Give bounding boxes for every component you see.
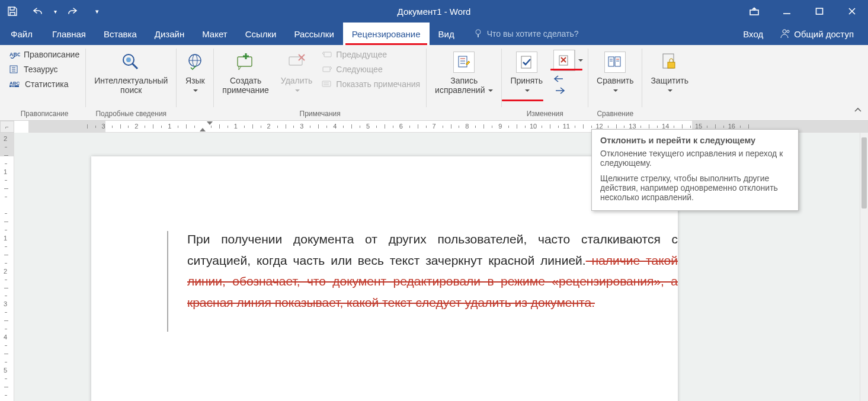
group-changes-label: Изменения [505,108,584,120]
vertical-scrollbar[interactable] [860,133,868,401]
qat-customize-button[interactable]: ▾ [90,0,104,23]
delete-comment-label: Удалить [281,76,312,85]
tab-insert[interactable]: Вставка [95,23,146,45]
language-button[interactable]: Язык [180,47,210,95]
svg-point-8 [787,30,789,33]
show-comments-label: Показать примечания [336,79,420,89]
tooltip-p2: Щелкните стрелку, чтобы выполнить другие… [600,174,790,202]
svg-rect-43 [615,57,620,66]
annotation-mark [550,69,582,70]
tell-me-placeholder: Что вы хотите сделать? [487,29,579,39]
tell-me-search[interactable]: Что вы хотите сделать? [474,23,579,45]
language-label: Язык [185,76,205,85]
tab-design[interactable]: Дизайн [146,23,193,45]
previous-comment-button: Предыдущее [319,49,422,61]
svg-rect-6 [478,34,479,37]
svg-rect-38 [521,56,531,68]
word-count-icon: ABC123 [9,80,21,88]
tab-layout[interactable]: Макет [193,23,236,45]
language-icon [185,50,205,75]
accept-label: Принять [510,76,543,85]
quick-access-toolbar: ▾ ▾ [0,0,104,23]
compare-button[interactable]: Сравнить [592,47,638,95]
group-language: Язык [177,45,213,120]
undo-button[interactable] [25,0,50,23]
reject-icon [553,50,575,71]
undo-dropdown[interactable]: ▾ [50,0,60,23]
spelling-icon: ABC [9,50,20,59]
new-comment-button[interactable]: Создать примечание [217,47,274,95]
tab-view[interactable]: Вид [430,23,463,45]
maximize-button[interactable] [803,0,835,23]
thesaurus-label: Тезаурус [24,65,58,75]
group-compare-label: Сравнение [592,108,638,120]
svg-text:123: 123 [11,85,15,88]
next-comment-icon [322,65,332,73]
minimize-button[interactable] [770,0,803,23]
show-comments-button: Показать примечания [319,78,422,91]
svg-rect-31 [322,81,331,86]
protect-label: Защитить [651,76,688,85]
track-changes-icon [453,50,475,75]
spelling-button[interactable]: ABC Правописание [7,49,82,61]
close-button[interactable] [835,0,868,23]
accept-button[interactable]: Принять [505,47,547,95]
thesaurus-icon [9,65,20,73]
ribbon-display-options-button[interactable] [738,0,770,23]
share-button[interactable]: Общий доступ [771,28,862,39]
group-comments: Создать примечание Удалить Предыдущее Сл… [214,45,426,120]
next-comment-button: Следующее [319,63,422,76]
previous-change-button[interactable] [553,75,584,83]
svg-rect-49 [668,62,675,68]
svg-rect-2 [816,8,822,14]
collapse-ribbon-button[interactable] [854,106,862,117]
protect-button[interactable]: Защитить [646,47,693,95]
tooltip-p1: Отклонение текущего исправления и перехо… [600,149,790,168]
previous-comment-icon [322,50,332,59]
delete-comment-icon [287,50,307,75]
tab-mailings[interactable]: Рассылки [285,23,342,45]
ribbon-tabs: Файл Главная Вставка Дизайн Макет Ссылки… [0,23,868,45]
previous-comment-label: Предыдущее [336,50,387,60]
reject-button[interactable] [553,50,584,71]
smart-lookup-button[interactable]: Интеллектуальный поиск [89,47,172,95]
compare-icon [604,50,626,75]
group-protect: Защитить [642,45,697,120]
svg-line-18 [132,63,137,69]
new-comment-label: Создать примечание [222,76,269,95]
thesaurus-button[interactable]: Тезаурус [7,63,60,76]
track-changes-button[interactable]: Запись исправлений [430,47,498,95]
svg-rect-29 [324,52,331,57]
svg-rect-34 [459,56,467,67]
next-change-button[interactable] [553,86,584,95]
document-page[interactable]: При получении документа от других пользо… [91,156,678,401]
ruler-corner[interactable]: ⌐ [0,121,14,133]
word-count-button[interactable]: ABC123 Статистика [7,78,71,91]
sign-in-button[interactable]: Вход [735,29,771,39]
show-comments-icon [322,80,332,88]
document-text[interactable]: При получении документа от других пользо… [187,229,678,313]
svg-rect-30 [323,67,330,72]
window-controls [738,0,868,23]
group-compare: Сравнить Сравнение [588,45,642,120]
share-label: Общий доступ [794,29,854,39]
reject-dropdown[interactable] [575,50,584,71]
vertical-ruler[interactable]: 2112345678910 [0,133,14,401]
scrollbar-thumb[interactable] [861,137,867,208]
redo-button[interactable] [60,0,85,23]
hanging-indent-marker[interactable] [200,128,206,131]
svg-rect-23 [238,57,252,66]
tab-home[interactable]: Главная [43,23,95,45]
group-insights-label: Подробные сведения [89,108,172,120]
title-bar: ▾ ▾ Документ1 - Word [0,0,868,23]
revision-bar[interactable] [167,231,168,332]
protect-icon [659,50,680,75]
reject-tooltip: Отклонить и перейти к следующему Отклоне… [591,129,799,211]
group-changes: Принять Изменения [502,45,588,120]
save-button[interactable] [0,0,25,23]
first-line-indent-marker[interactable] [207,121,213,125]
tab-references[interactable]: Ссылки [236,23,286,45]
tab-review[interactable]: Рецензирование [343,23,430,45]
smart-lookup-icon [120,50,142,75]
tab-file[interactable]: Файл [0,23,43,45]
